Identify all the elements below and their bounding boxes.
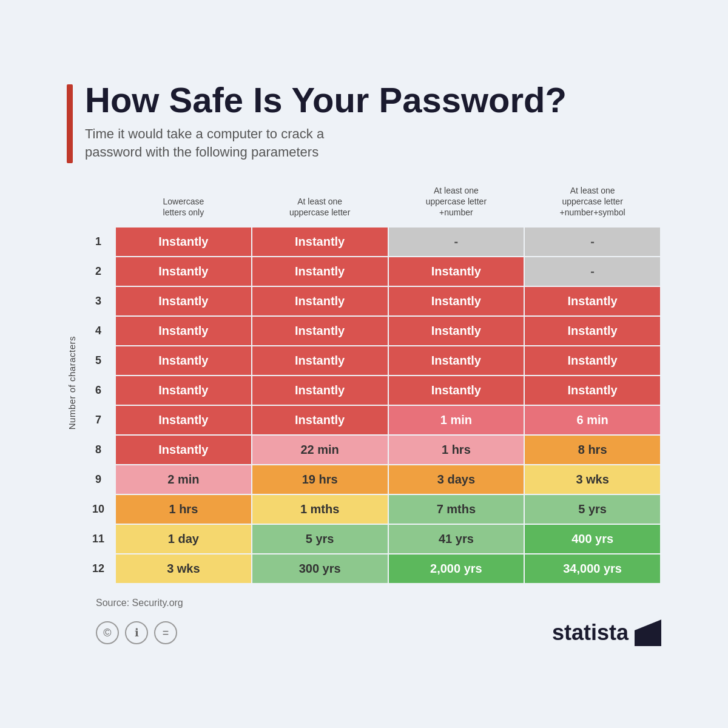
title-section: How Safe Is Your Password? Time it would… — [67, 82, 661, 163]
main-title: How Safe Is Your Password? — [85, 82, 567, 119]
table-cell: 5 yrs — [524, 494, 661, 524]
table-cell: Instantly — [252, 376, 388, 405]
table-row: 92 min19 hrs3 days3 wks — [82, 465, 661, 494]
table-cell: 3 wks — [524, 465, 661, 494]
table-row: 101 hrs1 mths7 mths5 yrs — [82, 494, 661, 524]
table-cell: Instantly — [115, 376, 252, 405]
statista-logo: statista — [552, 619, 661, 646]
y-axis-label: Number of characters — [67, 324, 77, 442]
row-number: 4 — [82, 316, 115, 346]
table-cell: Instantly — [252, 227, 388, 257]
table-row: 8Instantly22 min1 hrs8 hrs — [82, 435, 661, 465]
table-cell: Instantly — [115, 435, 252, 465]
table-row: 7InstantlyInstantly1 min6 min — [82, 405, 661, 435]
row-number: 2 — [82, 257, 115, 286]
table-cell: Instantly — [115, 227, 252, 257]
table-cell: 3 wks — [115, 554, 252, 584]
table-row: 6InstantlyInstantlyInstantlyInstantly — [82, 376, 661, 405]
row-number: 6 — [82, 376, 115, 405]
table-wrapper: Number of characters Lowercaseletters on… — [67, 181, 661, 585]
table-cell: - — [388, 227, 525, 257]
row-number: 5 — [82, 346, 115, 376]
table-cell: Instantly — [388, 257, 525, 286]
table-cell: 34,000 yrs — [524, 554, 661, 584]
table-cell: 300 yrs — [252, 554, 388, 584]
table-row: 123 wks300 yrs2,000 yrs34,000 yrs — [82, 554, 661, 584]
table-cell: 400 yrs — [524, 524, 661, 554]
table-cell: 6 min — [524, 405, 661, 435]
table-cell: 1 mths — [252, 494, 388, 524]
col-header-uppercase-number-symbol: At least oneuppercase letter+number+symb… — [524, 181, 661, 228]
table-cell: Instantly — [524, 376, 661, 405]
table-cell: Instantly — [252, 257, 388, 286]
statista-label: statista — [552, 620, 629, 645]
table-cell: Instantly — [252, 316, 388, 346]
table-row: 3InstantlyInstantlyInstantlyInstantly — [82, 286, 661, 316]
table-cell: Instantly — [388, 376, 525, 405]
title-text: How Safe Is Your Password? Time it would… — [85, 82, 567, 162]
col-header-lowercase: Lowercaseletters only — [115, 181, 252, 228]
cc-nd-icon: = — [154, 621, 177, 644]
table-cell: 1 hrs — [115, 494, 252, 524]
table-cell: 1 min — [388, 405, 525, 435]
row-number: 7 — [82, 405, 115, 435]
table-cell: 22 min — [252, 435, 388, 465]
table-cell: - — [524, 257, 661, 286]
table-cell: Instantly — [115, 316, 252, 346]
red-accent-bar — [67, 84, 73, 163]
col-header-uppercase: At least oneuppercase letter — [252, 181, 388, 228]
table-cell: Instantly — [115, 346, 252, 376]
table-cell: 2,000 yrs — [388, 554, 525, 584]
table-cell: 8 hrs — [524, 435, 661, 465]
table-row: 1InstantlyInstantly-- — [82, 227, 661, 257]
table-header-row: Lowercaseletters only At least oneupperc… — [82, 181, 661, 228]
row-number: 9 — [82, 465, 115, 494]
row-number: 8 — [82, 435, 115, 465]
col-header-num — [82, 181, 115, 228]
table-cell: Instantly — [388, 316, 525, 346]
cc-icon: © — [96, 621, 119, 644]
source-line: Source: Security.org — [96, 598, 661, 608]
table-cell: Instantly — [524, 346, 661, 376]
subtitle: Time it would take a computer to crack a… — [85, 125, 449, 163]
table-row: 111 day5 yrs41 yrs400 yrs — [82, 524, 661, 554]
row-number: 11 — [82, 524, 115, 554]
table-cell: 1 day — [115, 524, 252, 554]
cc-by-icon: ℹ — [125, 621, 148, 644]
statista-icon — [635, 619, 661, 646]
table-body: 1InstantlyInstantly--2InstantlyInstantly… — [82, 227, 661, 584]
table-cell: Instantly — [115, 257, 252, 286]
table-cell: 3 days — [388, 465, 525, 494]
table-cell: 41 yrs — [388, 524, 525, 554]
table-cell: Instantly — [252, 286, 388, 316]
table-cell: Instantly — [115, 405, 252, 435]
table-row: 5InstantlyInstantlyInstantlyInstantly — [82, 346, 661, 376]
row-number: 3 — [82, 286, 115, 316]
table-cell: 5 yrs — [252, 524, 388, 554]
footer: © ℹ = statista — [96, 619, 661, 646]
table-row: 4InstantlyInstantlyInstantlyInstantly — [82, 316, 661, 346]
table-cell: 19 hrs — [252, 465, 388, 494]
table-cell: 2 min — [115, 465, 252, 494]
table-cell: 7 mths — [388, 494, 525, 524]
table-row: 2InstantlyInstantlyInstantly- — [82, 257, 661, 286]
table-cell: - — [524, 227, 661, 257]
card: How Safe Is Your Password? Time it would… — [30, 52, 698, 677]
table-cell: Instantly — [524, 316, 661, 346]
row-number: 1 — [82, 227, 115, 257]
table-cell: Instantly — [115, 286, 252, 316]
row-number: 12 — [82, 554, 115, 584]
password-table: Lowercaseletters only At least oneupperc… — [82, 181, 661, 585]
table-cell: 1 hrs — [388, 435, 525, 465]
table-cell: Instantly — [388, 346, 525, 376]
cc-icons: © ℹ = — [96, 621, 177, 644]
table-cell: Instantly — [388, 286, 525, 316]
table-cell: Instantly — [252, 405, 388, 435]
table-cell: Instantly — [252, 346, 388, 376]
table-cell: Instantly — [524, 286, 661, 316]
row-number: 10 — [82, 494, 115, 524]
col-header-uppercase-number: At least oneuppercase letter+number — [388, 181, 525, 228]
